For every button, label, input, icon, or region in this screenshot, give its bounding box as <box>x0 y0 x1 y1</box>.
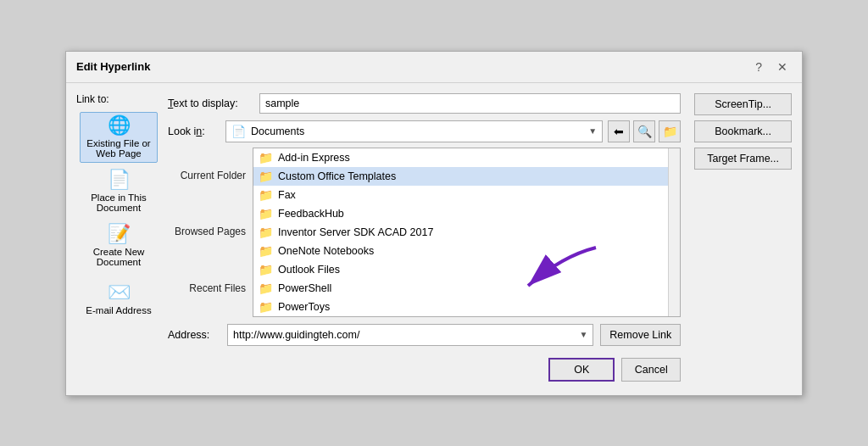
existing-file-icon: 🌐 <box>108 116 131 135</box>
file-name: Add-in Express <box>278 152 350 164</box>
list-item[interactable]: 📁Fax <box>253 186 680 204</box>
dialog-title-text: Edit Hyperlink <box>76 60 150 73</box>
sidebar-item-place[interactable]: 📄 Place in This Document <box>80 166 158 217</box>
list-item[interactable]: 📁Inventor Server SDK ACAD 2017 <box>253 223 680 242</box>
bottom-buttons: OK Cancel <box>168 354 681 385</box>
list-item[interactable]: 📁Custom Office Templates <box>253 167 680 186</box>
search-web-button[interactable]: 🔍 <box>633 120 655 142</box>
right-buttons: ScreenTip... Bookmark... Target Frame... <box>694 93 792 385</box>
dialog-body: Link to: 🌐 Existing File or Web Page 📄 P… <box>66 83 802 395</box>
look-in-value: 📄 Documents <box>231 125 304 138</box>
list-item[interactable]: 📁Add-in Express <box>253 148 680 167</box>
look-in-label: Look in: <box>168 125 220 137</box>
remove-link-button[interactable]: Remove Link <box>600 324 681 346</box>
sidebar-item-email[interactable]: ✉️ E-mail Address <box>80 275 158 324</box>
file-list: 📁Add-in Express📁Custom Office Templates📁… <box>253 148 680 316</box>
address-dropdown-arrow: ▼ <box>579 330 587 339</box>
list-item[interactable]: 📁PowerToys <box>253 298 680 316</box>
text-to-display-input[interactable] <box>259 93 681 114</box>
list-item[interactable]: 📁FeedbackHub <box>253 204 680 223</box>
recent-files-label: Recent Files <box>168 282 249 294</box>
recent-button[interactable]: 📁 <box>659 120 681 142</box>
file-name: Custom Office Templates <box>278 170 396 182</box>
sidebar-item-existing-label: Existing File or Web Page <box>82 138 155 159</box>
current-folder-label: Current Folder <box>168 170 249 181</box>
folder-icon: 📁 <box>259 244 273 258</box>
scrollbar-track[interactable] <box>668 148 680 316</box>
ok-button[interactable]: OK <box>548 358 615 382</box>
address-label: Address: <box>168 329 220 341</box>
left-panel: Link to: 🌐 Existing File or Web Page 📄 P… <box>76 93 161 385</box>
title-bar-controls: ? ✕ <box>751 59 792 75</box>
look-in-dropdown-arrow: ▼ <box>588 126 597 136</box>
close-button[interactable]: ✕ <box>773 59 792 75</box>
sidebar-item-place-label: Place in This Document <box>82 192 155 213</box>
sidebar-item-create[interactable]: 📝 Create New Document <box>80 220 158 271</box>
address-value: http://www.guidingteh.com/ <box>233 329 359 341</box>
file-name: PowerToys <box>278 301 330 313</box>
sidebar-item-create-label: Create New Document <box>82 247 155 267</box>
text-to-display-row: Text to display: <box>168 93 681 114</box>
side-labels: Current Folder Browsed Pages Recent File… <box>168 148 253 317</box>
folder-icon: 📁 <box>259 170 273 183</box>
list-item[interactable]: 📁PowerShell <box>253 279 680 298</box>
create-icon: 📝 <box>108 225 131 243</box>
file-name: FeedbackHub <box>278 208 344 220</box>
link-to-label: Link to: <box>76 93 109 105</box>
file-list-container: 📁Add-in Express📁Custom Office Templates📁… <box>253 148 681 317</box>
email-icon: ✉️ <box>108 283 131 302</box>
folder-icon: 📁 <box>259 207 273 220</box>
look-in-text: Documents <box>251 125 304 137</box>
file-browser-area: Current Folder Browsed Pages Recent File… <box>168 148 681 317</box>
toolbar-icons: ⬅ 🔍 📁 <box>608 120 681 142</box>
go-back-button[interactable]: ⬅ <box>608 120 630 142</box>
title-bar: Edit Hyperlink ? ✕ <box>66 52 802 83</box>
text-to-display-label: Text to display: <box>168 98 253 109</box>
browsed-pages-label: Browsed Pages <box>168 226 249 237</box>
edit-hyperlink-dialog: Edit Hyperlink ? ✕ Link to: 🌐 Existing F… <box>65 51 803 396</box>
folder-icon: 📁 <box>259 263 273 276</box>
look-in-row: Look in: 📄 Documents ▼ ⬅ 🔍 📁 <box>168 120 681 142</box>
bookmark-button[interactable]: Bookmark... <box>694 120 792 142</box>
file-name: PowerShell <box>278 282 331 294</box>
look-in-icon: 📄 <box>231 125 246 138</box>
look-in-select[interactable]: 📄 Documents ▼ <box>225 120 603 142</box>
file-name: Inventor Server SDK ACAD 2017 <box>278 226 433 238</box>
main-content: Text to display: Look in: 📄 Documents ▼ <box>168 93 792 385</box>
center-content: Text to display: Look in: 📄 Documents ▼ <box>168 93 681 385</box>
sidebar-item-existing[interactable]: 🌐 Existing File or Web Page <box>80 112 158 163</box>
place-icon: 📄 <box>108 170 131 189</box>
file-name: Outlook Files <box>278 264 340 276</box>
address-row: Address: http://www.guidingteh.com/ ▼ Re… <box>168 324 681 346</box>
list-item[interactable]: 📁OneNote Notebooks <box>253 242 680 260</box>
folder-icon: 📁 <box>259 151 273 164</box>
screentip-button[interactable]: ScreenTip... <box>694 93 792 115</box>
address-input[interactable]: http://www.guidingteh.com/ ▼ <box>227 324 593 346</box>
help-button[interactable]: ? <box>751 59 766 75</box>
dialog-title: Edit Hyperlink <box>76 60 150 73</box>
file-name: Fax <box>278 189 296 201</box>
folder-icon: 📁 <box>259 282 273 295</box>
folder-icon: 📁 <box>259 300 273 314</box>
list-item[interactable]: 📁Outlook Files <box>253 260 680 279</box>
cancel-button[interactable]: Cancel <box>621 358 681 382</box>
file-name: OneNote Notebooks <box>278 245 374 257</box>
folder-icon: 📁 <box>259 188 273 202</box>
sidebar-item-email-label: E-mail Address <box>86 305 151 315</box>
target-frame-button[interactable]: Target Frame... <box>694 148 792 170</box>
folder-icon: 📁 <box>259 226 273 239</box>
